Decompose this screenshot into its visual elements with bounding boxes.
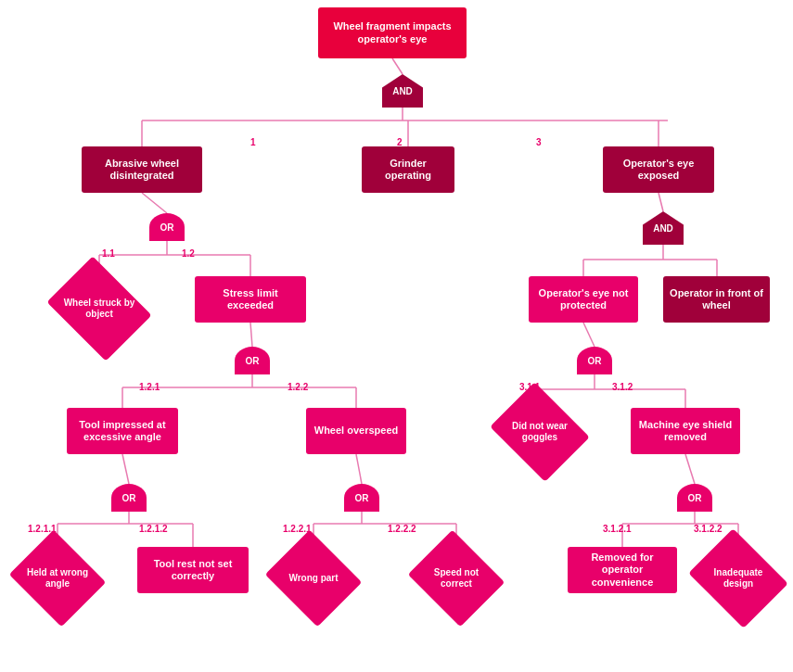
node-abrasive-wheel: Abrasive wheel disintegrated <box>82 146 202 193</box>
gate-or-122: OR <box>344 484 379 512</box>
label-1-2-2: 1.2.2 <box>288 382 308 392</box>
fault-tree-diagram: line { stroke: #e87ab0; stroke-width: 1.… <box>0 0 793 672</box>
label-3-1-2: 3.1.2 <box>612 382 633 392</box>
label-3-1-1: 3.1.1 <box>519 382 540 392</box>
gate-and-3: AND <box>643 211 684 245</box>
node-operator-front: Operator in front of wheel <box>663 276 770 323</box>
gate-or-12: OR <box>235 347 270 374</box>
gate-or-121: OR <box>111 484 147 512</box>
node-wheel-struck: Wheel struck by object <box>58 276 141 341</box>
label-1-2-1: 1.2.1 <box>139 382 160 392</box>
gate-or-1: OR <box>149 213 185 241</box>
gate-or-31: OR <box>577 347 612 374</box>
node-no-goggles: Did not wear goggles <box>501 400 579 463</box>
label-1-1: 1.1 <box>102 248 115 259</box>
gate-and-top: AND <box>382 74 423 108</box>
label-2: 2 <box>397 137 403 147</box>
node-inadequate-design: Inadequate design <box>699 547 777 610</box>
node-wheel-overspeed: Wheel overspeed <box>306 408 406 454</box>
node-eye-exposed: Operator's eye exposed <box>603 146 714 193</box>
node-stress-limit: Stress limit exceeded <box>195 276 306 323</box>
label-1-2: 1.2 <box>182 248 195 259</box>
label-1-2-2-2: 1.2.2.2 <box>388 524 416 534</box>
label-1-2-1-1: 1.2.1.1 <box>28 524 57 534</box>
node-removed-convenience: Removed for operator convenience <box>568 547 677 593</box>
node-tool-rest: Tool rest not set correctly <box>137 547 249 593</box>
svg-line-16 <box>250 323 252 347</box>
svg-line-0 <box>392 58 403 74</box>
node-shield-removed: Machine eye shield removed <box>631 408 740 454</box>
svg-line-26 <box>122 454 129 484</box>
svg-line-27 <box>356 454 362 484</box>
svg-line-28 <box>685 454 695 484</box>
label-3: 3 <box>536 137 542 147</box>
label-3-1-2-1: 3.1.2.1 <box>603 524 632 534</box>
node-speed-not-correct: Speed not correct <box>419 547 493 610</box>
gate-or-312: OR <box>677 484 712 512</box>
label-1: 1 <box>250 137 256 147</box>
top-event-node: Wheel fragment impacts operator's eye <box>318 7 467 58</box>
node-eye-not-protected: Operator's eye not protected <box>529 276 638 323</box>
label-3-1-2-2: 3.1.2.2 <box>694 524 723 534</box>
label-1-2-2-1: 1.2.2.1 <box>283 524 312 534</box>
node-wrong-part: Wrong part <box>276 547 351 610</box>
label-1-2-1-2: 1.2.1.2 <box>139 524 168 534</box>
svg-line-17 <box>583 323 595 347</box>
node-tool-angle: Tool impressed at excessive angle <box>67 408 178 454</box>
node-held-wrong-angle: Held at wrong angle <box>20 547 95 610</box>
node-grinder-operating: Grinder operating <box>362 146 454 193</box>
svg-line-6 <box>142 193 167 213</box>
svg-line-7 <box>659 193 663 211</box>
